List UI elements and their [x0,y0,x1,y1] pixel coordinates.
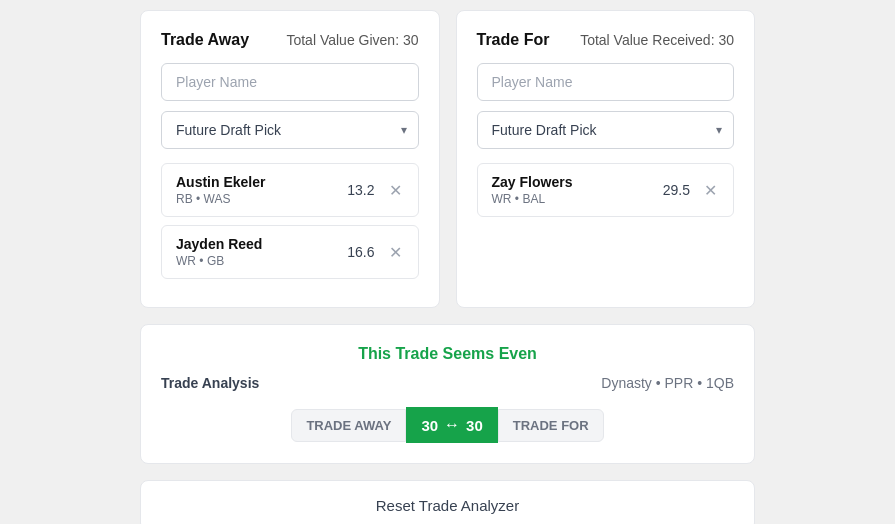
trade-away-player-meta-1: WR • GB [176,254,262,268]
reset-trade-analyzer-button[interactable]: Reset Trade Analyzer [140,480,755,524]
trade-for-panel: Trade For Total Value Received: 30 Futur… [456,10,756,308]
trade-away-player-info-1: Jayden Reed WR • GB [176,236,262,268]
trade-for-title: Trade For [477,31,550,49]
trade-away-total: Total Value Given: 30 [286,32,418,48]
trade-away-title: Trade Away [161,31,249,49]
trade-away-player-right-1: 16.6 ✕ [347,241,403,264]
trade-away-header: Trade Away Total Value Given: 30 [161,31,419,49]
trade-away-remove-btn-0[interactable]: ✕ [387,179,404,202]
trade-away-player-value-0: 13.2 [347,182,374,198]
trade-for-remove-btn-0[interactable]: ✕ [702,179,719,202]
trade-for-score-label: TRADE FOR [498,409,604,442]
trade-away-draft-select[interactable]: Future Draft Pick [161,111,419,149]
trade-for-player-value-0: 29.5 [663,182,690,198]
trade-analysis-label: Trade Analysis [161,375,259,391]
trade-away-player-name-0: Austin Ekeler [176,174,265,190]
trade-away-player-row-1: Jayden Reed WR • GB 16.6 ✕ [161,225,419,279]
trade-away-panel: Trade Away Total Value Given: 30 Future … [140,10,440,308]
trade-away-score-label: TRADE AWAY [291,409,406,442]
analysis-settings-label: Dynasty • PPR • 1QB [601,375,734,391]
trade-for-player-row-0: Zay Flowers WR • BAL 29.5 ✕ [477,163,735,217]
trade-for-player-right-0: 29.5 ✕ [663,179,719,202]
score-badge: 30 ↔ 30 [406,407,497,443]
trade-away-player-right-0: 13.2 ✕ [347,179,403,202]
swap-icon: ↔ [444,416,460,434]
trade-for-draft-select[interactable]: Future Draft Pick [477,111,735,149]
trade-away-player-value-1: 16.6 [347,244,374,260]
trade-away-player-name-1: Jayden Reed [176,236,262,252]
analysis-panel: This Trade Seems Even Trade Analysis Dyn… [140,324,755,464]
trade-for-score: 30 [466,417,483,434]
trade-away-remove-btn-1[interactable]: ✕ [387,241,404,264]
trade-away-player-info-0: Austin Ekeler RB • WAS [176,174,265,206]
trade-for-player-info-0: Zay Flowers WR • BAL [492,174,573,206]
trade-for-player-input[interactable] [477,63,735,101]
trade-for-header: Trade For Total Value Received: 30 [477,31,735,49]
score-row: TRADE AWAY 30 ↔ 30 TRADE FOR [161,407,734,443]
trade-away-player-meta-0: RB • WAS [176,192,265,206]
trade-for-player-meta-0: WR • BAL [492,192,573,206]
analysis-info-row: Trade Analysis Dynasty • PPR • 1QB [161,375,734,391]
trade-for-player-name-0: Zay Flowers [492,174,573,190]
trade-away-draft-select-wrapper: Future Draft Pick ▾ [161,111,419,149]
trade-for-draft-select-wrapper: Future Draft Pick ▾ [477,111,735,149]
trade-for-total: Total Value Received: 30 [580,32,734,48]
trade-away-player-row-0: Austin Ekeler RB • WAS 13.2 ✕ [161,163,419,217]
analysis-title: This Trade Seems Even [161,345,734,363]
trade-away-player-input[interactable] [161,63,419,101]
trade-away-score: 30 [421,417,438,434]
